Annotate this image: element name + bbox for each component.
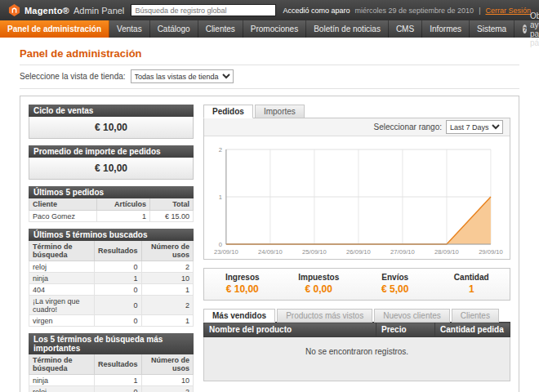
table-row[interactable]: Paco Gomez 1 € 15.00 (29, 211, 194, 222)
svg-text:0: 0 (219, 241, 223, 248)
session-info: Accedió como aparo miércoles 29 de septi… (283, 7, 531, 15)
nav-item-informes[interactable]: Informes (422, 20, 470, 38)
orders-chart: 01223/09/1024/09/1025/09/1026/09/1027/09… (207, 143, 506, 257)
store-view-label: Seleccione la vista de tienda: (20, 72, 126, 81)
global-search-input[interactable] (131, 4, 276, 16)
card-title: Ciclo de ventas (29, 105, 194, 117)
svg-text:25/09/10: 25/09/10 (302, 248, 327, 256)
nav-item-catalogo[interactable]: Catálogo (150, 20, 198, 38)
svg-text:26/09/10: 26/09/10 (346, 248, 371, 256)
svg-text:1: 1 (219, 194, 222, 201)
magento-logo[interactable]: Magento® Admin Panel (8, 4, 124, 16)
table-cell: 0 (95, 261, 142, 273)
logged-in-user: Accedió como aparo (283, 7, 350, 15)
table-row[interactable]: ninja 1 10 (29, 273, 194, 284)
tab-productos-mas-vistos[interactable]: Productos más vistos (277, 309, 372, 323)
tab-clientes[interactable]: Clientes (452, 309, 499, 323)
top-header-bar: Magento® Admin Panel Accedió como aparo … (0, 0, 539, 20)
table-cell: 1 (95, 375, 142, 386)
last-orders-card: Últimos 5 pedidos Cliente Artículos Tota… (29, 186, 194, 222)
table-row[interactable]: ninja 1 10 (29, 375, 194, 386)
stat-value: € 5,00 (359, 283, 432, 295)
table-cell: virgen (29, 315, 95, 327)
stat-cantidad: Cantidad 1 (434, 269, 510, 300)
table-cell: 1 (141, 284, 193, 296)
stat-envios: Envíos € 5,00 (357, 269, 434, 300)
last-search-terms-table: Término de búsqueda Resultados Número de… (29, 241, 194, 327)
main-nav: Panel de administración Ventas Catálogo … (0, 20, 539, 38)
tab-mas-vendidos[interactable]: Más vendidos (203, 309, 275, 323)
column-header: Resultados (95, 354, 142, 375)
sales-cycle-value: € 10,00 (29, 117, 194, 139)
stat-label: Cantidad (435, 273, 509, 282)
brand-name: Magento® (24, 6, 69, 16)
table-cell: reloj (29, 386, 95, 392)
table-row[interactable]: reloj 0 2 (29, 261, 194, 273)
logout-link[interactable]: Cerrar Sesión (485, 7, 531, 15)
chart-area: 01223/09/1024/09/1025/09/1026/09/1027/09… (204, 136, 510, 259)
top-search-terms-card: Los 5 términos de búsqueda más important… (29, 333, 194, 392)
dashboard-container: Ciclo de ventas € 10,00 Promedio de impo… (20, 96, 519, 392)
help-link[interactable]: ? Obtener ayuda para esta página (514, 20, 539, 38)
table-cell: 10 (141, 273, 193, 284)
range-select[interactable]: Last 7 Days (446, 120, 503, 134)
table-cell: 0 (95, 296, 142, 315)
column-header: Total (150, 198, 194, 211)
stats-row: Ingresos € 10,00 Impuestos € 0,00 Envíos… (203, 268, 510, 301)
card-title: Últimos 5 términos buscados (29, 229, 194, 241)
nav-item-cms[interactable]: CMS (389, 20, 422, 38)
nav-item-ventas[interactable]: Ventas (109, 20, 150, 38)
column-header: Precio (376, 323, 435, 337)
table-row[interactable]: virgen 0 1 (29, 315, 194, 327)
table-cell: ninja (29, 375, 95, 386)
report-tabs: Más vendidos Productos más vistos Nuevos… (203, 309, 510, 323)
nav-item-promociones[interactable]: Promociones (243, 20, 306, 38)
page-title: Panel de administración (20, 44, 519, 65)
top-search-terms-table: Término de búsqueda Resultados Número de… (29, 354, 194, 392)
stat-impuestos: Impuestos € 0,00 (281, 269, 358, 300)
table-cell: 0 (95, 315, 142, 327)
range-label: Seleccionar rango: (374, 122, 442, 131)
global-search (131, 4, 276, 16)
card-title: Últimos 5 pedidos (29, 186, 194, 198)
table-row[interactable]: ¡La virgen que cuadro! 0 2 (29, 296, 194, 315)
product-name: Admin Panel (74, 6, 124, 16)
table-cell: € 15.00 (150, 211, 194, 222)
tab-pedidos[interactable]: Pedidos (203, 105, 253, 118)
help-icon: ? (523, 24, 527, 33)
column-header: Número de usos (141, 354, 193, 375)
last-orders-table: Cliente Artículos Total Paco Gomez 1 € 1… (29, 198, 194, 222)
products-table: Nombre del producto Precio Cantidad pedi… (203, 322, 510, 381)
table-cell: 10 (141, 375, 193, 386)
current-date: miércoles 29 de septiembre de 2010 (355, 7, 474, 15)
separator: | (479, 7, 480, 15)
table-cell: 1 (95, 273, 142, 284)
table-cell: 2 (141, 296, 193, 315)
table-row[interactable]: reloj 0 2 (29, 386, 194, 392)
table-cell: 1 (141, 315, 193, 327)
stat-value: € 0,00 (283, 283, 356, 295)
nav-item-boletin[interactable]: Boletín de noticias (306, 20, 389, 38)
nav-item-panel-administracion[interactable]: Panel de administración (0, 20, 109, 38)
store-view-select[interactable]: Todas las vistas de tienda (131, 69, 234, 83)
sales-cycle-card: Ciclo de ventas € 10,00 (29, 105, 194, 139)
stat-value: € 10,00 (206, 283, 279, 295)
table-row[interactable]: 404 0 1 (29, 284, 194, 296)
nav-item-sistema[interactable]: Sistema (470, 20, 514, 38)
stat-value: 1 (435, 283, 509, 295)
last-search-terms-card: Últimos 5 términos buscados Término de b… (29, 229, 194, 327)
help-label: Obtener ayuda para esta página (530, 11, 539, 47)
table-cell: ¡La virgen que cuadro! (29, 296, 95, 315)
column-header: Número de usos (141, 241, 193, 261)
table-cell: 404 (29, 284, 95, 296)
tab-nuevos-clientes[interactable]: Nuevos clientes (374, 309, 450, 323)
column-header: Cantidad pedida (435, 323, 510, 337)
nav-item-clientes[interactable]: Clientes (198, 20, 243, 38)
tab-importes[interactable]: Importes (255, 105, 305, 118)
store-view-selector-row: Seleccione la vista de tienda: Todas las… (20, 65, 519, 89)
table-cell: 1 (96, 211, 149, 222)
orders-panel: Seleccionar rango: Last 7 Days 01223/09/… (203, 118, 510, 260)
card-title: Promedio de importe de pedidos (29, 145, 194, 158)
table-row: No se encontraron registros. (204, 337, 510, 381)
chart-tabs: Pedidos Importes (203, 105, 510, 118)
